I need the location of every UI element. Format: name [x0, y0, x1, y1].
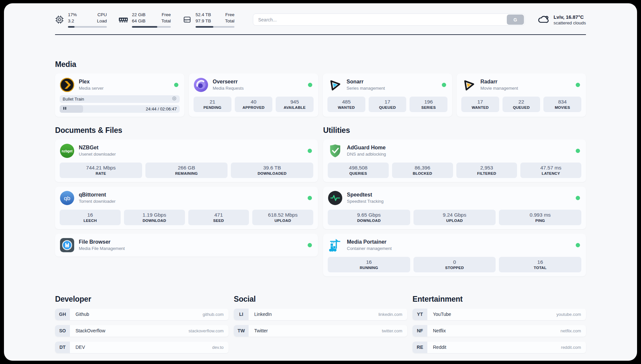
stat-movies: 834MOVIES [543, 97, 581, 112]
bookmark-stackoverflow[interactable]: SO StackOverflow stackoverflow.com [55, 325, 229, 337]
media-cards-row: Plex Media server Bullet Train [55, 74, 586, 117]
status-dot [174, 83, 178, 87]
app-subtitle: Media Requests [213, 86, 244, 91]
status-dot [576, 196, 580, 200]
cpu-percent: 17% [68, 12, 77, 18]
stat-ping: 0.993 msPING [499, 210, 581, 225]
plex-icon [60, 77, 75, 92]
app-card-portainer[interactable]: Media Portainer Container management 16R… [323, 234, 586, 276]
stat-series: 196SERIES [410, 97, 447, 112]
stat-download: 1.19 GbpsDOWNLOAD [124, 210, 185, 225]
stat-leech: 16LEECH [60, 210, 121, 225]
disk-total: 97.9 TB [196, 18, 211, 24]
session-target-icon[interactable] [172, 96, 177, 102]
top-bar: 17%3.2 CPULoad 22 GiB64 GiB FreeTotal [55, 12, 586, 28]
bookmark-reddit[interactable]: RE Reddit reddit.com [412, 342, 586, 353]
stat-running: 16RUNNING [328, 257, 410, 272]
stat-queued: 17QUEUED [369, 97, 407, 112]
bookmark-github[interactable]: GH Github github.com [55, 309, 229, 320]
section-title-media: Media [55, 60, 586, 69]
disk-icon [183, 15, 192, 24]
app-title: Media Portainer [347, 239, 392, 245]
bookmark-youtube[interactable]: YT YouTube youtube.com [412, 309, 586, 320]
bookmark-netflix[interactable]: NF Netflix netflix.com [412, 325, 586, 337]
status-dot [576, 83, 580, 87]
app-subtitle: Container management [347, 246, 392, 251]
ram-progress-bar [132, 26, 171, 28]
app-title: NZBGet [79, 145, 116, 151]
app-subtitle: Movie management [480, 86, 518, 91]
stat-queued: 22QUEUED [503, 97, 540, 112]
search-input[interactable] [253, 14, 525, 26]
bookmark-abbr: YT [412, 309, 427, 320]
weather-location-temp: Lviv, 16.87°C [554, 14, 586, 20]
bookmark-twitter[interactable]: TW Twitter twitter.com [234, 325, 407, 337]
search-bar: G [253, 14, 525, 26]
documents-column: Documents & Files nzbget NZBGet Usenet d… [55, 126, 318, 276]
app-card-speedtest[interactable]: Speedtest Speedtest Tracking 9.65 GbpsDO… [323, 187, 586, 229]
pause-icon[interactable] [63, 106, 67, 111]
app-title: Plex [79, 79, 104, 85]
app-subtitle: Media File Management [79, 246, 125, 251]
app-title: File Browser [79, 239, 125, 245]
stat-upload: 9.24 GbpsUPLOAD [413, 210, 496, 225]
status-dot [308, 196, 312, 200]
ram-label-1: Free [161, 12, 171, 18]
disk-label-2: Total [225, 18, 234, 24]
search-engine-button[interactable]: G [507, 15, 524, 25]
disk-progress-fill [196, 26, 213, 28]
filebrowser-icon [60, 238, 75, 253]
playback-progress-bar: 24:44 / 02:06:47 [60, 105, 180, 113]
stat-wanted: 17WANTED [461, 97, 499, 112]
app-title: Radarr [480, 79, 518, 85]
section-title-utilities: Utilities [323, 126, 586, 135]
cpu-progress-bar [68, 26, 107, 28]
app-card-qbittorrent[interactable]: qb qBittorrent Torrent downloader 16LEEC… [55, 187, 318, 229]
cpu-progress-fill [68, 26, 75, 28]
nzbget-icon: nzbget [60, 143, 75, 158]
stat-wanted: 485WANTED [327, 97, 365, 112]
app-title: Speedtest [347, 192, 383, 198]
ram-icon [119, 16, 128, 23]
bookmark-abbr: RE [412, 342, 427, 353]
bookmark-name: LinkedIn [254, 312, 272, 317]
bookmark-section-entertainment: Entertainment YT YouTube youtube.com NF … [412, 295, 586, 353]
status-dot [442, 83, 446, 87]
bookmark-abbr: DT [55, 342, 70, 353]
ram-total: 64 GiB [132, 18, 145, 24]
stat-seed: 471SEED [188, 210, 249, 225]
section-title-documents: Documents & Files [55, 126, 318, 135]
status-dot [308, 149, 312, 153]
app-card-plex[interactable]: Plex Media server Bullet Train [55, 74, 184, 117]
status-dot [576, 243, 580, 247]
app-subtitle: Torrent downloader [79, 199, 115, 204]
bookmark-dev[interactable]: DT DEV dev.to [55, 342, 229, 353]
app-card-sonarr[interactable]: Sonarr Series management 485WANTED 17QUE… [323, 74, 452, 117]
bookmark-name: Github [76, 312, 89, 317]
bookmark-url: twitter.com [382, 328, 402, 333]
app-subtitle: Speedtest Tracking [347, 199, 383, 204]
disk-label-1: Free [225, 12, 234, 18]
bookmark-abbr: NF [412, 325, 427, 337]
now-playing-bar: Bullet Train [60, 95, 180, 103]
stat-approved: 40APPROVED [235, 97, 273, 112]
bookmark-linkedin[interactable]: LI LinkedIn linkedin.com [234, 309, 407, 320]
status-dot [576, 149, 580, 153]
bookmark-abbr: GH [55, 309, 70, 320]
bookmark-name: Netflix [433, 328, 446, 333]
bookmark-abbr: LI [234, 309, 249, 320]
app-card-overseerr[interactable]: Overseerr Media Requests 21PENDING 40APP… [189, 74, 318, 117]
disk-free: 52.4 TB [196, 12, 211, 18]
disk-progress-bar [196, 26, 234, 28]
app-title: Sonarr [347, 79, 385, 85]
app-card-radarr[interactable]: Radarr Movie management 17WANTED 22QUEUE… [457, 74, 586, 117]
weather-widget: Lviv, 16.87°C scattered clouds [537, 13, 586, 26]
app-card-nzbget[interactable]: nzbget NZBGet Usenet downloader 744.21 M… [55, 139, 318, 182]
section-title-entertainment: Entertainment [412, 295, 586, 304]
app-card-adguard[interactable]: AdGuard Home DNS and adblocking 498,508Q… [323, 139, 586, 182]
cpu-load-value: 3.2 [68, 18, 77, 24]
weather-condition: scattered clouds [554, 20, 586, 25]
now-playing-title: Bullet Train [63, 97, 84, 102]
app-card-filebrowser[interactable]: File Browser Media File Management [55, 234, 318, 257]
stat-available: 945AVAILABLE [276, 97, 314, 112]
